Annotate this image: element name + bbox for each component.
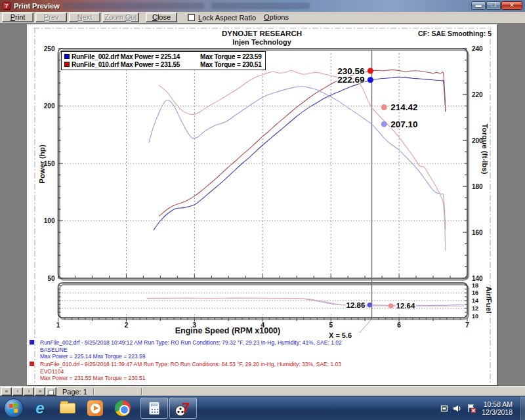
svg-text:220: 220 [472, 91, 483, 98]
svg-text:7: 7 [465, 322, 469, 329]
prev-page-button[interactable]: ‹ [12, 387, 23, 396]
svg-text:Engine Speed (RPM x1000): Engine Speed (RPM x1000) [175, 326, 280, 335]
marker-dot [388, 303, 394, 308]
last-page-button[interactable]: » [35, 387, 45, 396]
marker-dot [368, 77, 373, 83]
svg-text:7: 7 [182, 400, 190, 416]
window-title: Print Preview [14, 2, 60, 10]
calculator-icon [149, 402, 159, 415]
lock-aspect-ratio-checkbox[interactable] [188, 14, 195, 21]
preview-area: DYNOJET RESEARCH Injen Technology CF: SA… [0, 24, 525, 386]
svg-text:12: 12 [472, 305, 478, 312]
maximize-button[interactable]: ❐ [486, 1, 501, 10]
prev-button[interactable]: Prev [35, 12, 67, 22]
svg-text:10: 10 [472, 313, 478, 320]
RunFile_010.drf Torque [159, 70, 445, 251]
correction-factor: CF: SAE Smoothing: 5 [418, 30, 492, 37]
page-setup-button[interactable] [46, 387, 56, 396]
media-player-icon[interactable] [85, 398, 105, 418]
report-page: DYNOJET RESEARCH Injen Technology CF: SA… [27, 24, 497, 385]
statusbar-divider [93, 388, 94, 395]
desktop: 7 Print Preview ▬ ❐ ✕ Print Prev Next Zo… [0, 0, 525, 420]
run-info-evo1104: RunFile_010.drf - 9/25/2018 11:39:47 AM … [30, 361, 341, 382]
svg-text:1: 1 [56, 322, 60, 329]
svg-text:Air/Fuel: Air/Fuel [485, 287, 493, 314]
marker-label: 207.10 [390, 119, 417, 129]
next-page-button[interactable]: › [24, 387, 34, 396]
svg-text:14: 14 [472, 297, 478, 304]
first-page-button[interactable]: « [1, 387, 12, 396]
svg-text:5: 5 [329, 322, 333, 329]
taskbar: e 7 10:58 AM 12/3/2018 [0, 396, 525, 420]
start-button[interactable] [4, 398, 24, 418]
volume-icon[interactable] [453, 404, 462, 413]
run-swatch-blue [30, 340, 34, 345]
marker-label: 12.86 [346, 301, 366, 309]
chart-legend: RunFile_002.drf Max Power = 225.14 Max T… [61, 51, 266, 70]
minimize-button[interactable]: ▬ [471, 1, 486, 10]
system-tray: 10:58 AM 12/3/2018 [440, 396, 525, 420]
options-button[interactable]: Options [261, 12, 291, 22]
dynojet-winpep-taskbar-button[interactable]: 7 [169, 398, 197, 419]
internet-explorer-icon[interactable]: e [30, 398, 50, 418]
show-desktop-button[interactable] [520, 396, 525, 420]
svg-text:140: 140 [472, 275, 483, 282]
cursor-label: X = 5.6 [329, 331, 352, 339]
next-button[interactable]: Next [69, 12, 100, 22]
statusbar: « ‹ › » Page: 1 [0, 386, 525, 396]
RunFile_010.drf Power [159, 70, 445, 216]
marker-dot [368, 68, 373, 74]
windows-explorer-icon[interactable] [58, 398, 77, 418]
marker-label: 12.64 [396, 302, 415, 310]
svg-text:18: 18 [472, 282, 478, 289]
dynojet-winpep-icon: 7 [175, 400, 192, 417]
dyno-chart-svg: 2502001501005024022020018016014018161412… [27, 24, 497, 385]
statusbar-divider [141, 388, 142, 395]
redacted-title-text [211, 3, 310, 9]
RunFile_002.drf Power [154, 77, 446, 230]
titlebar[interactable]: 7 Print Preview ▬ ❐ ✕ [0, 0, 525, 12]
marker-dot [381, 104, 387, 110]
close-button[interactable]: Close [146, 12, 177, 22]
legend-row: RunFile_002.drf Max Power = 225.14 Max T… [64, 52, 262, 60]
tray-app-icon[interactable] [440, 404, 448, 412]
marker-dot [381, 121, 387, 127]
legend-swatch-blue [64, 54, 70, 59]
report-facility: Injen Technology [27, 38, 497, 46]
taskbar-clock[interactable]: 10:58 AM 12/3/2018 [482, 400, 513, 416]
svg-text:240: 240 [472, 45, 483, 52]
legend-row: RunFile_010.drf Max Power = 231.55 Max T… [64, 60, 262, 68]
svg-text:6: 6 [397, 322, 401, 329]
svg-text:16: 16 [472, 289, 478, 296]
marker-dot [368, 303, 373, 308]
lock-aspect-ratio-label: Lock Aspect Ratio [198, 14, 256, 22]
svg-text:Power (hp): Power (hp) [38, 144, 46, 184]
svg-text:50: 50 [47, 275, 55, 282]
RunFile_010.drf Air/Fuel [150, 298, 464, 306]
page-icon [49, 390, 54, 395]
svg-text:Torque (ft-lbs): Torque (ft-lbs) [481, 123, 489, 174]
run-info-baseline: RunFile_002.drf - 9/25/2018 10:49:12 AM … [30, 339, 342, 360]
legend-swatch-red [64, 62, 70, 67]
redacted-title-text [63, 3, 204, 9]
app-icon: 7 [3, 2, 10, 10]
svg-text:180: 180 [472, 183, 483, 190]
svg-text:2: 2 [125, 322, 129, 329]
svg-text:200: 200 [44, 102, 55, 110]
marker-label: 222.69 [337, 75, 364, 85]
action-center-flag-icon[interactable] [467, 404, 476, 413]
svg-text:100: 100 [44, 217, 55, 224]
zoom-out-button[interactable]: Zoom Out [102, 12, 139, 22]
close-window-button[interactable]: ✕ [501, 1, 522, 10]
run-swatch-red [30, 362, 34, 366]
page-number-label: Page: 1 [62, 388, 87, 396]
calculator-taskbar-button[interactable] [140, 398, 168, 419]
svg-text:250: 250 [44, 45, 55, 52]
marker-label: 214.42 [390, 102, 417, 112]
chrome-icon[interactable] [113, 398, 133, 418]
marker-label: 230.56 [337, 66, 365, 76]
print-preview-toolbar: Print Prev Next Zoom Out Close Lock Aspe… [0, 12, 525, 24]
svg-text:160: 160 [472, 229, 483, 236]
windows-logo-icon [9, 404, 19, 413]
print-button[interactable]: Print [2, 12, 33, 22]
